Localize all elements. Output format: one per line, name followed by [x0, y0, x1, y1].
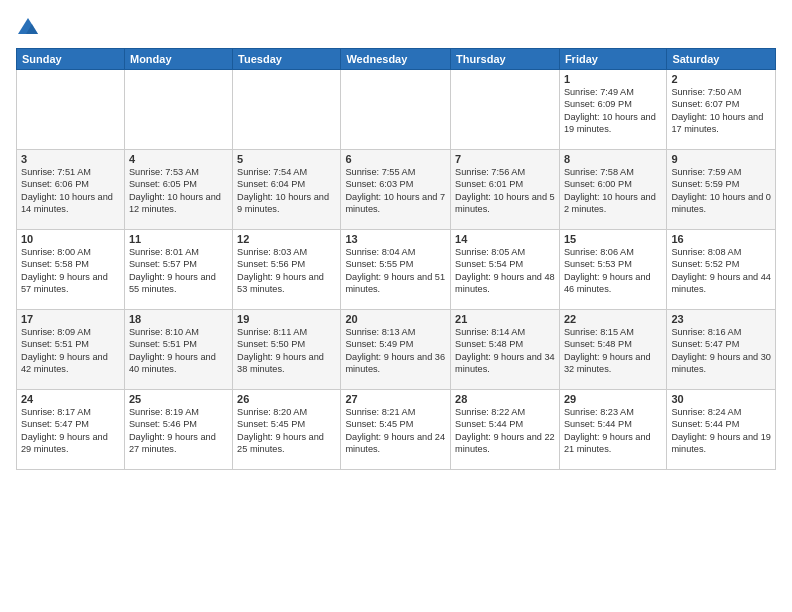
calendar-cell: [341, 70, 451, 150]
day-number: 6: [345, 153, 446, 165]
day-info: Sunrise: 7:56 AMSunset: 6:01 PMDaylight:…: [455, 166, 555, 216]
calendar-cell: 9Sunrise: 7:59 AMSunset: 5:59 PMDaylight…: [667, 150, 776, 230]
day-info: Sunrise: 8:04 AMSunset: 5:55 PMDaylight:…: [345, 246, 446, 296]
calendar-week-2: 3Sunrise: 7:51 AMSunset: 6:06 PMDaylight…: [17, 150, 776, 230]
day-info: Sunrise: 8:19 AMSunset: 5:46 PMDaylight:…: [129, 406, 228, 456]
day-number: 24: [21, 393, 120, 405]
calendar-cell: 16Sunrise: 8:08 AMSunset: 5:52 PMDayligh…: [667, 230, 776, 310]
calendar-cell: 29Sunrise: 8:23 AMSunset: 5:44 PMDayligh…: [559, 390, 667, 470]
calendar-cell: 11Sunrise: 8:01 AMSunset: 5:57 PMDayligh…: [124, 230, 232, 310]
calendar-header-monday: Monday: [124, 49, 232, 70]
day-number: 8: [564, 153, 663, 165]
calendar-header-tuesday: Tuesday: [233, 49, 341, 70]
day-info: Sunrise: 7:59 AMSunset: 5:59 PMDaylight:…: [671, 166, 771, 216]
calendar-cell: 13Sunrise: 8:04 AMSunset: 5:55 PMDayligh…: [341, 230, 451, 310]
day-number: 18: [129, 313, 228, 325]
day-info: Sunrise: 8:00 AMSunset: 5:58 PMDaylight:…: [21, 246, 120, 296]
day-info: Sunrise: 8:11 AMSunset: 5:50 PMDaylight:…: [237, 326, 336, 376]
day-info: Sunrise: 8:21 AMSunset: 5:45 PMDaylight:…: [345, 406, 446, 456]
calendar-cell: 23Sunrise: 8:16 AMSunset: 5:47 PMDayligh…: [667, 310, 776, 390]
day-number: 5: [237, 153, 336, 165]
day-number: 27: [345, 393, 446, 405]
calendar-cell: 21Sunrise: 8:14 AMSunset: 5:48 PMDayligh…: [451, 310, 560, 390]
calendar-cell: 19Sunrise: 8:11 AMSunset: 5:50 PMDayligh…: [233, 310, 341, 390]
calendar-cell: 8Sunrise: 7:58 AMSunset: 6:00 PMDaylight…: [559, 150, 667, 230]
calendar-cell: 7Sunrise: 7:56 AMSunset: 6:01 PMDaylight…: [451, 150, 560, 230]
day-number: 29: [564, 393, 663, 405]
calendar-cell: 25Sunrise: 8:19 AMSunset: 5:46 PMDayligh…: [124, 390, 232, 470]
calendar-week-3: 10Sunrise: 8:00 AMSunset: 5:58 PMDayligh…: [17, 230, 776, 310]
calendar-cell: 1Sunrise: 7:49 AMSunset: 6:09 PMDaylight…: [559, 70, 667, 150]
day-number: 7: [455, 153, 555, 165]
calendar-week-1: 1Sunrise: 7:49 AMSunset: 6:09 PMDaylight…: [17, 70, 776, 150]
day-number: 4: [129, 153, 228, 165]
day-number: 16: [671, 233, 771, 245]
calendar-cell: 14Sunrise: 8:05 AMSunset: 5:54 PMDayligh…: [451, 230, 560, 310]
day-info: Sunrise: 8:24 AMSunset: 5:44 PMDaylight:…: [671, 406, 771, 456]
day-number: 15: [564, 233, 663, 245]
calendar-cell: 10Sunrise: 8:00 AMSunset: 5:58 PMDayligh…: [17, 230, 125, 310]
calendar-cell: 5Sunrise: 7:54 AMSunset: 6:04 PMDaylight…: [233, 150, 341, 230]
day-number: 17: [21, 313, 120, 325]
calendar-cell: 18Sunrise: 8:10 AMSunset: 5:51 PMDayligh…: [124, 310, 232, 390]
calendar-week-5: 24Sunrise: 8:17 AMSunset: 5:47 PMDayligh…: [17, 390, 776, 470]
calendar-header-wednesday: Wednesday: [341, 49, 451, 70]
day-info: Sunrise: 7:50 AMSunset: 6:07 PMDaylight:…: [671, 86, 771, 136]
day-info: Sunrise: 8:05 AMSunset: 5:54 PMDaylight:…: [455, 246, 555, 296]
day-info: Sunrise: 8:08 AMSunset: 5:52 PMDaylight:…: [671, 246, 771, 296]
calendar-cell: 24Sunrise: 8:17 AMSunset: 5:47 PMDayligh…: [17, 390, 125, 470]
day-info: Sunrise: 8:16 AMSunset: 5:47 PMDaylight:…: [671, 326, 771, 376]
day-info: Sunrise: 7:58 AMSunset: 6:00 PMDaylight:…: [564, 166, 663, 216]
day-info: Sunrise: 7:49 AMSunset: 6:09 PMDaylight:…: [564, 86, 663, 136]
day-info: Sunrise: 8:14 AMSunset: 5:48 PMDaylight:…: [455, 326, 555, 376]
calendar-cell: 22Sunrise: 8:15 AMSunset: 5:48 PMDayligh…: [559, 310, 667, 390]
day-number: 23: [671, 313, 771, 325]
calendar-cell: 15Sunrise: 8:06 AMSunset: 5:53 PMDayligh…: [559, 230, 667, 310]
calendar-cell: 4Sunrise: 7:53 AMSunset: 6:05 PMDaylight…: [124, 150, 232, 230]
logo-icon: [16, 16, 40, 40]
day-number: 30: [671, 393, 771, 405]
calendar-cell: [124, 70, 232, 150]
day-info: Sunrise: 8:20 AMSunset: 5:45 PMDaylight:…: [237, 406, 336, 456]
calendar-cell: [451, 70, 560, 150]
day-number: 28: [455, 393, 555, 405]
day-info: Sunrise: 7:51 AMSunset: 6:06 PMDaylight:…: [21, 166, 120, 216]
calendar-cell: 6Sunrise: 7:55 AMSunset: 6:03 PMDaylight…: [341, 150, 451, 230]
calendar-cell: [233, 70, 341, 150]
day-number: 2: [671, 73, 771, 85]
day-info: Sunrise: 8:10 AMSunset: 5:51 PMDaylight:…: [129, 326, 228, 376]
day-info: Sunrise: 7:54 AMSunset: 6:04 PMDaylight:…: [237, 166, 336, 216]
page: SundayMondayTuesdayWednesdayThursdayFrid…: [0, 0, 792, 612]
calendar-header-thursday: Thursday: [451, 49, 560, 70]
calendar-header-row: SundayMondayTuesdayWednesdayThursdayFrid…: [17, 49, 776, 70]
day-info: Sunrise: 8:06 AMSunset: 5:53 PMDaylight:…: [564, 246, 663, 296]
day-info: Sunrise: 8:15 AMSunset: 5:48 PMDaylight:…: [564, 326, 663, 376]
day-info: Sunrise: 8:22 AMSunset: 5:44 PMDaylight:…: [455, 406, 555, 456]
calendar-cell: 30Sunrise: 8:24 AMSunset: 5:44 PMDayligh…: [667, 390, 776, 470]
day-number: 1: [564, 73, 663, 85]
day-number: 14: [455, 233, 555, 245]
calendar-cell: 2Sunrise: 7:50 AMSunset: 6:07 PMDaylight…: [667, 70, 776, 150]
day-number: 12: [237, 233, 336, 245]
day-info: Sunrise: 7:53 AMSunset: 6:05 PMDaylight:…: [129, 166, 228, 216]
day-number: 19: [237, 313, 336, 325]
day-info: Sunrise: 7:55 AMSunset: 6:03 PMDaylight:…: [345, 166, 446, 216]
calendar-header-friday: Friday: [559, 49, 667, 70]
day-info: Sunrise: 8:09 AMSunset: 5:51 PMDaylight:…: [21, 326, 120, 376]
day-number: 3: [21, 153, 120, 165]
calendar-cell: 20Sunrise: 8:13 AMSunset: 5:49 PMDayligh…: [341, 310, 451, 390]
calendar-week-4: 17Sunrise: 8:09 AMSunset: 5:51 PMDayligh…: [17, 310, 776, 390]
calendar-cell: 17Sunrise: 8:09 AMSunset: 5:51 PMDayligh…: [17, 310, 125, 390]
calendar-cell: 3Sunrise: 7:51 AMSunset: 6:06 PMDaylight…: [17, 150, 125, 230]
calendar-header-sunday: Sunday: [17, 49, 125, 70]
day-number: 11: [129, 233, 228, 245]
calendar-table: SundayMondayTuesdayWednesdayThursdayFrid…: [16, 48, 776, 470]
day-number: 26: [237, 393, 336, 405]
day-info: Sunrise: 8:13 AMSunset: 5:49 PMDaylight:…: [345, 326, 446, 376]
calendar-header-saturday: Saturday: [667, 49, 776, 70]
day-number: 10: [21, 233, 120, 245]
day-number: 21: [455, 313, 555, 325]
header: [16, 12, 776, 40]
calendar-cell: [17, 70, 125, 150]
day-info: Sunrise: 8:17 AMSunset: 5:47 PMDaylight:…: [21, 406, 120, 456]
